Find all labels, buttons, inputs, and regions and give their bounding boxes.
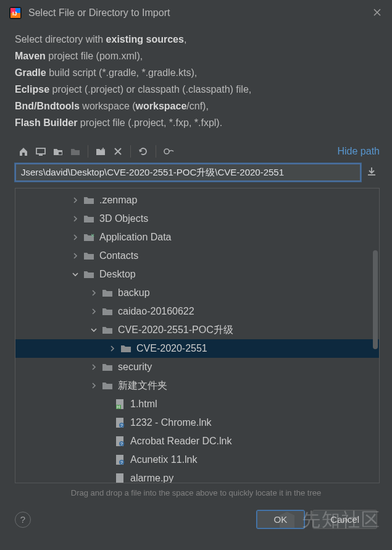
tree-node-label: Acrobat Reader DC.lnk <box>130 436 232 447</box>
path-input[interactable] <box>15 163 361 182</box>
dialog-title: Select File or Directory to Import <box>28 7 170 19</box>
scrollbar-thumb[interactable] <box>373 250 378 349</box>
refresh-icon[interactable] <box>135 143 152 159</box>
folder-icon <box>83 250 94 261</box>
folder-icon <box>102 324 113 336</box>
tree-node[interactable]: 3D Objects <box>15 209 379 228</box>
tree-node-label: CVE-2020-2551-POC升级 <box>118 324 233 337</box>
svg-rect-2 <box>36 148 45 154</box>
dialog-footer: ? OK Cancel <box>0 500 392 539</box>
tree-node-label: 3D Objects <box>99 213 148 224</box>
file-icon <box>114 473 125 483</box>
tree-node-label: security <box>118 362 152 373</box>
folder-icon <box>120 343 131 354</box>
tree-node[interactable]: CVE-2020-2551-POC升级 <box>15 321 379 339</box>
folder-icon <box>83 232 94 243</box>
tree-node[interactable]: Contacts <box>15 247 379 265</box>
new-folder-icon[interactable] <box>92 143 109 159</box>
tree-node-label: 1232 - Chrome.lnk <box>130 417 212 428</box>
file-icon: H <box>114 399 125 410</box>
chevron-right-icon[interactable] <box>71 214 80 223</box>
chevron-right-icon[interactable] <box>90 381 98 390</box>
file-tree[interactable]: .zenmap3D ObjectsApplication DataContact… <box>15 188 380 483</box>
svg-text:?: ? <box>120 423 123 428</box>
file-icon: ? <box>114 417 125 428</box>
separator <box>88 145 88 158</box>
folder-icon <box>102 306 113 317</box>
description-block: Select directory with existing sources, … <box>0 23 392 141</box>
svg-rect-18 <box>116 473 123 483</box>
tree-node[interactable]: H1.html <box>15 395 379 413</box>
chevron-right-icon[interactable] <box>71 196 80 205</box>
tree-node[interactable]: caidao-20160622 <box>15 302 379 321</box>
tree-node-label: Desktop <box>99 269 136 280</box>
file-icon: ? <box>114 454 125 465</box>
svg-text:?: ? <box>120 460 123 465</box>
chevron-right-icon[interactable] <box>90 363 98 371</box>
tree-node-label: Contacts <box>99 250 138 261</box>
tree-node[interactable]: alarme.py <box>15 469 379 483</box>
title-bar: IJ Select File or Directory to Import <box>0 0 392 23</box>
tree-node[interactable]: CVE-2020-2551 <box>15 339 379 358</box>
tree-node[interactable]: Application Data <box>15 228 379 247</box>
tree-node-label: .zenmap <box>99 195 137 206</box>
tree-node[interactable]: .zenmap <box>15 191 379 209</box>
chevron-down-icon[interactable] <box>71 270 80 279</box>
chevron-right-icon[interactable] <box>90 307 98 316</box>
project-folder-icon[interactable] <box>49 143 67 159</box>
chevron-right-icon[interactable] <box>108 344 117 353</box>
toolbar: Hide path <box>0 141 392 163</box>
folder-icon <box>83 195 94 206</box>
tree-node[interactable]: Desktop <box>15 265 379 284</box>
app-icon: IJ <box>9 6 22 20</box>
cancel-button[interactable]: Cancel <box>312 510 377 529</box>
tree-node[interactable]: ?Acunetix 11.lnk <box>15 451 379 469</box>
hide-path-link[interactable]: Hide path <box>338 146 380 157</box>
tree-node-label: caidao-20160622 <box>118 306 194 317</box>
tree-node[interactable]: ?Acrobat Reader DC.lnk <box>15 432 379 451</box>
svg-rect-3 <box>39 154 43 156</box>
module-folder-icon[interactable] <box>67 143 84 159</box>
tree-node-label: 新建文件夹 <box>118 379 167 392</box>
chevron-right-icon[interactable] <box>71 252 80 260</box>
home-icon[interactable] <box>15 143 32 159</box>
separator <box>156 145 156 158</box>
tree-node-label: backup <box>118 287 150 298</box>
tree-node[interactable]: backup <box>15 284 379 302</box>
folder-icon <box>83 269 94 280</box>
svg-point-5 <box>164 149 169 154</box>
help-button[interactable]: ? <box>15 512 31 528</box>
desktop-icon[interactable] <box>32 143 49 159</box>
tree-node[interactable]: 新建文件夹 <box>15 376 379 395</box>
folder-icon <box>102 380 113 391</box>
show-hidden-icon[interactable] <box>160 143 177 159</box>
ok-button[interactable]: OK <box>256 510 306 529</box>
close-icon[interactable] <box>372 7 383 19</box>
folder-icon <box>83 213 94 224</box>
tree-node-label: alarme.py <box>130 473 173 483</box>
history-dropdown-icon[interactable] <box>366 166 380 179</box>
chevron-right-icon[interactable] <box>90 289 98 297</box>
tree-node-label: CVE-2020-2551 <box>136 343 207 354</box>
svg-text:H: H <box>117 405 120 409</box>
drag-drop-hint: Drag and drop a file into the space abov… <box>0 483 392 500</box>
file-icon: ? <box>114 436 125 447</box>
tree-node-label: Application Data <box>99 232 172 243</box>
tree-node[interactable]: security <box>15 358 379 376</box>
delete-icon[interactable] <box>109 143 127 159</box>
tree-node-label: Acunetix 11.lnk <box>130 454 198 465</box>
path-row <box>0 163 392 188</box>
svg-rect-4 <box>59 152 62 154</box>
svg-text:IJ: IJ <box>12 11 17 17</box>
tree-node-label: 1.html <box>130 399 157 410</box>
svg-text:?: ? <box>120 442 123 446</box>
folder-icon <box>102 362 113 373</box>
separator <box>130 145 131 158</box>
tree-node[interactable]: ?1232 - Chrome.lnk <box>15 413 379 432</box>
folder-icon <box>102 287 113 298</box>
chevron-down-icon[interactable] <box>90 326 98 334</box>
chevron-right-icon[interactable] <box>71 233 80 242</box>
